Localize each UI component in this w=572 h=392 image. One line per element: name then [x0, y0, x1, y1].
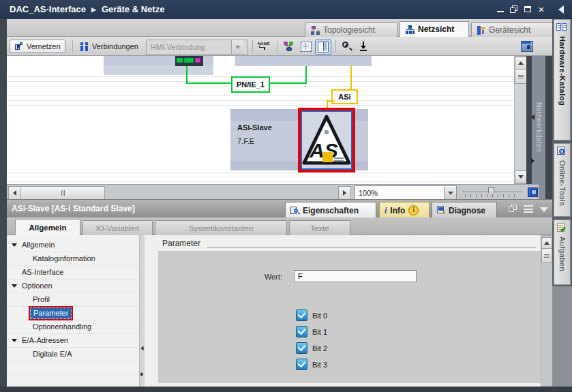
network-editor-canvas[interactable]: PN/IE_1 ASi ASi-Slave 7.F.E AS — [7, 56, 526, 184]
hmi-connection-dropdown[interactable]: HMI-Verbindung — [146, 40, 248, 55]
bit0-checkbox[interactable] — [296, 310, 307, 321]
bit2-row: Bit 2 — [296, 342, 327, 354]
subtab-texte[interactable]: Texte — [289, 220, 350, 235]
dropdown-arrow-icon[interactable] — [231, 40, 243, 54]
tree-item-profil[interactable]: Profil — [7, 293, 139, 307]
sidebar-tab-label: Online-Tools — [558, 160, 567, 206]
subtab-io-variablen[interactable]: IO-Variablen — [82, 220, 153, 235]
panel-menu-button[interactable] — [524, 205, 533, 213]
maximize-icon — [524, 6, 531, 12]
selected-tree-item[interactable]: Parameter — [30, 307, 72, 319]
inspector-title: ASi-Slave [AS-i Standard Slave] — [12, 204, 135, 213]
ethernet-port-module[interactable] — [175, 56, 203, 66]
connect-cursor-icon — [14, 42, 23, 51]
tab-netzsicht[interactable]: Netzsicht — [400, 21, 469, 37]
asi-wire[interactable] — [350, 66, 352, 91]
wert-input[interactable] — [294, 270, 417, 282]
network-view-icon — [406, 25, 415, 34]
tab-diagnose[interactable]: Diagnose — [432, 202, 497, 218]
sidebar-tab-online-tools[interactable]: Online-Tools — [554, 143, 571, 217]
sidebar-tab-aufgaben[interactable]: Aufgaben — [554, 220, 571, 285]
overview-navigator-button[interactable] — [526, 184, 539, 199]
tree-item-allgemein[interactable]: Allgemein — [7, 239, 139, 252]
table-grid-icon — [301, 42, 312, 52]
save-layout-button[interactable] — [356, 40, 371, 53]
zoom-slider[interactable] — [462, 186, 522, 198]
netzwerkdaten-collapsed-panel[interactable]: Netzwerkdaten — [532, 56, 545, 199]
tree-item-digitale-ea[interactable]: Digitale E/A — [7, 348, 139, 361]
grid-view-button[interactable] — [299, 40, 314, 53]
minimize-button[interactable] — [495, 4, 506, 15]
close-button[interactable]: × — [536, 4, 547, 15]
tree-item-optionen[interactable]: Optionen — [7, 280, 139, 293]
plc-device-box[interactable] — [104, 56, 213, 75]
selected-module-slot[interactable]: AS — [301, 110, 352, 170]
tree-item-parameter[interactable]: Parameter — [7, 307, 139, 320]
collapse-sidebar-icon[interactable] — [558, 5, 564, 14]
subnet-label-asi[interactable]: ASi — [331, 89, 358, 104]
expand-arrow-icon[interactable] — [12, 339, 17, 342]
zoom-value: 100% — [355, 189, 444, 197]
inspector-scrollbar[interactable] — [541, 235, 552, 387]
split-editor-button[interactable] — [315, 40, 331, 55]
tab-info[interactable]: i Info i — [379, 202, 430, 218]
scrollbar-thumb[interactable] — [541, 248, 552, 263]
bit1-checkbox[interactable] — [296, 326, 307, 337]
tree-item-ea-adressen[interactable]: E/A-Adressen — [7, 334, 139, 348]
breadcrumb-project[interactable]: DAC_AS-Interface — [10, 4, 86, 14]
zoom-level-combobox[interactable]: 100% — [355, 185, 457, 200]
ethernet-wire[interactable] — [305, 66, 307, 84]
vernetzen-button[interactable]: Vernetzen — [10, 40, 65, 53]
maximize-button[interactable] — [522, 4, 533, 15]
bit2-checkbox[interactable] — [296, 342, 307, 354]
tree-item-kataloginformation[interactable]: Kataloginformation — [7, 252, 139, 266]
inspector-subtabs: Allgemein IO-Variablen Systemkonstanten … — [7, 217, 552, 235]
subnet-label-pnie[interactable]: PN/IE_1 — [231, 76, 270, 93]
splitter-arrow-icon — [141, 372, 144, 376]
window-frame-left — [0, 19, 7, 387]
canvas-vertical-scrollbar[interactable] — [514, 56, 526, 184]
ethernet-wire[interactable] — [186, 66, 187, 83]
tree-item-optionenhandling[interactable]: Optionenhandling — [7, 320, 139, 334]
scroll-up-button[interactable] — [541, 237, 552, 249]
breadcrumb: DAC_AS-Interface▶Geräte & Netze — [0, 0, 572, 20]
gateway-device-box[interactable] — [235, 56, 372, 66]
tab-geraetesicht[interactable]: Gerätesicht — [471, 22, 554, 37]
device-name: ASi-Slave — [237, 123, 272, 132]
sidebar-tab-hardware-katalog[interactable]: Hardware-Katalog — [554, 19, 571, 140]
float-panel-button[interactable] — [509, 205, 518, 213]
scrollbar-thumb[interactable] — [515, 69, 526, 84]
bit3-checkbox[interactable] — [296, 359, 307, 370]
overview-icon — [528, 187, 538, 197]
tab-topologiesicht[interactable]: Topologiesicht — [305, 22, 397, 37]
zoom-dropdown-arrow[interactable] — [444, 187, 456, 199]
slider-ticks — [465, 194, 520, 197]
ethernet-wire[interactable] — [186, 82, 232, 84]
open-reference-button[interactable] — [520, 40, 535, 53]
tree-item-as-interface[interactable]: AS-Interface — [7, 266, 139, 280]
scroll-right-button[interactable] — [338, 186, 351, 200]
view-tab-row: Topologiesicht Netzsicht Gerätesicht — [7, 19, 552, 37]
show-address-labels-button[interactable] — [281, 40, 296, 53]
splitter-arrow-icon[interactable] — [531, 115, 535, 120]
subtab-allgemein[interactable]: Allgemein — [15, 219, 80, 235]
splitter-arrow-icon[interactable] — [531, 158, 535, 164]
verbindungen-button[interactable]: Verbindungen — [76, 40, 142, 53]
expand-arrow-icon[interactable] — [12, 243, 17, 247]
breadcrumb-page[interactable]: Geräte & Netze — [102, 4, 164, 14]
collapse-panel-button[interactable] — [540, 207, 548, 212]
ethernet-wire[interactable] — [266, 82, 307, 84]
sidebar-tab-label: Hardware-Katalog — [558, 36, 567, 106]
zoom-in-button[interactable] — [340, 40, 355, 53]
scroll-left-button[interactable] — [8, 186, 21, 200]
subtab-systemkonstanten[interactable]: Systemkonstanten — [155, 220, 287, 235]
tab-eigenschaften[interactable]: Eigenschaften — [285, 202, 376, 218]
port-green-icon — [184, 58, 194, 63]
tree-splitter[interactable] — [139, 235, 145, 387]
h-scrollbar-thumb[interactable] — [20, 186, 105, 200]
scroll-down-button[interactable] — [515, 170, 526, 183]
show-names-button[interactable]: NAME — [256, 40, 271, 53]
expand-arrow-icon[interactable] — [12, 284, 17, 288]
restore-button[interactable] — [509, 4, 520, 15]
scroll-up-button[interactable] — [515, 57, 526, 70]
